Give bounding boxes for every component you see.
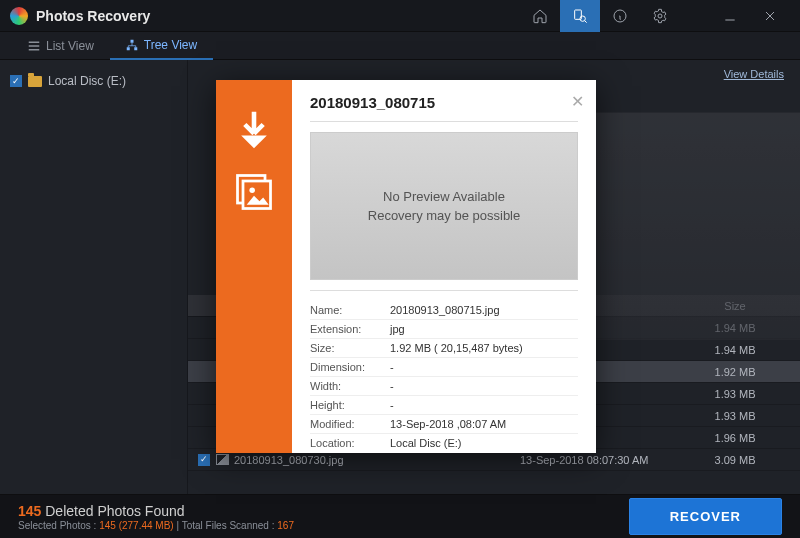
checkbox-icon[interactable]: ✓ [198,454,210,466]
file-details-modal: 20180913_080715 ✕ No Preview Available R… [216,80,596,453]
download-arrow-icon [232,108,276,152]
cell-size: 1.96 MB [670,432,800,444]
cell-size: 3.09 MB [670,454,800,466]
footer: 145 Deleted Photos Found Selected Photos… [0,494,800,538]
tab-list-view[interactable]: List View [12,32,110,60]
svg-rect-6 [29,49,40,51]
sidebar: ✓ Local Disc (E:) [0,60,188,494]
tab-tree-view[interactable]: Tree View [110,32,213,60]
no-preview-panel: No Preview Available Recovery may be pos… [310,132,578,280]
tab-tree-label: Tree View [144,38,197,52]
modal-title: 20180913_080715 [310,94,578,111]
svg-point-12 [249,187,255,193]
folder-icon [28,76,42,87]
cell-size: 1.94 MB [670,344,800,356]
svg-rect-8 [127,47,130,50]
sidebar-item-local-disc[interactable]: ✓ Local Disc (E:) [8,70,179,92]
view-details-link[interactable]: View Details [724,68,784,80]
gallery-icon [232,170,276,214]
meta-table: Name:20180913_080715.jpg Extension:jpg S… [310,301,578,452]
svg-rect-5 [29,45,40,47]
cell-date: 13-Sep-2018 08:07:30 AM [520,454,670,466]
sidebar-item-label: Local Disc (E:) [48,74,126,88]
svg-point-1 [580,16,585,21]
titlebar: Photos Recovery [0,0,800,32]
no-preview-line2: Recovery may be possible [368,208,520,223]
recover-button[interactable]: RECOVER [629,498,782,535]
deep-scan-button[interactable] [560,0,600,32]
home-button[interactable] [520,0,560,32]
cell-size: 1.92 MB [670,366,800,378]
svg-rect-4 [29,41,40,43]
no-preview-line1: No Preview Available [383,189,505,204]
svg-point-3 [658,14,662,18]
svg-rect-7 [130,39,133,42]
modal-sidebar [216,80,292,453]
image-file-icon [216,454,229,465]
cell-size: 1.93 MB [670,410,800,422]
info-button[interactable] [600,0,640,32]
cell-size: 1.93 MB [670,388,800,400]
svg-rect-9 [134,47,137,50]
found-count: 145 [18,503,41,519]
footer-details: Selected Photos : 145 (277.44 MB) | Tota… [18,520,629,531]
footer-summary: 145 Deleted Photos Found [18,503,629,519]
app-title: Photos Recovery [36,8,150,24]
tab-list-label: List View [46,39,94,53]
cell-name: 20180913_080730.jpg [234,454,520,466]
modal-close-button[interactable]: ✕ [571,92,584,111]
modal-body: 20180913_080715 ✕ No Preview Available R… [292,80,596,453]
checkbox-icon[interactable]: ✓ [10,75,22,87]
view-tabs: List View Tree View [0,32,800,60]
app-logo-icon [10,7,28,25]
minimize-button[interactable] [710,0,750,32]
settings-button[interactable] [640,0,680,32]
close-window-button[interactable] [750,0,790,32]
